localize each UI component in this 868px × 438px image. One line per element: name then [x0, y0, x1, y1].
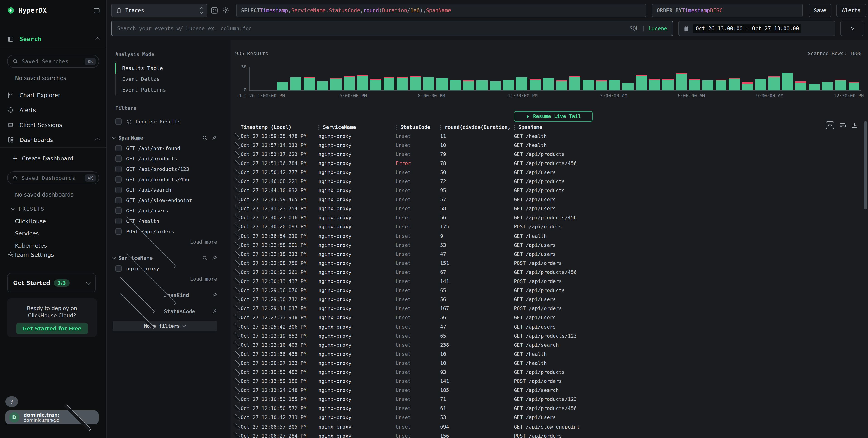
table-row[interactable]: Oct 27 12:40:27.016 PMnginx-proxyUnset56… [231, 213, 861, 223]
checkbox[interactable] [115, 207, 122, 214]
histogram-bar[interactable] [782, 73, 793, 91]
filter-option[interactable]: GET /api/products/123 [115, 166, 217, 172]
table-row[interactable]: Oct 27 12:29:36.876 PMnginx-proxyUnset65… [231, 286, 861, 295]
gear-icon[interactable] [222, 7, 229, 14]
checkbox[interactable] [115, 197, 122, 203]
drag-handle-icon[interactable] [440, 127, 441, 128]
create-dashboard-button[interactable]: + Create Dashboard [0, 151, 106, 165]
histogram-bar[interactable] [370, 79, 381, 91]
histogram-bar[interactable] [410, 76, 421, 91]
histogram-bar[interactable] [490, 81, 501, 91]
table-row[interactable]: Oct 27 12:22:19.852 PMnginx-proxyUnset65… [231, 331, 861, 340]
expand-row-icon[interactable] [233, 151, 240, 158]
table-row[interactable]: Oct 27 12:51:36.784 PMnginx-proxyError78… [231, 159, 861, 168]
select-expression-input[interactable]: SELECT Timestamp,ServiceName,StatusCode,… [236, 4, 646, 17]
histogram-bar[interactable] [450, 80, 461, 91]
sidebar-item-chart-explorer[interactable]: Chart Explorer [0, 88, 106, 103]
expand-row-icon[interactable] [233, 414, 240, 421]
search-icon[interactable] [202, 256, 208, 261]
table-row[interactable]: Oct 27 12:25:42.306 PMnginx-proxyUnset47… [231, 322, 861, 331]
expand-row-icon[interactable] [233, 269, 240, 276]
histogram-bar[interactable] [649, 79, 660, 91]
sidebar-item-team-settings[interactable]: Team Settings [0, 247, 106, 262]
histogram-bar[interactable] [716, 79, 727, 91]
histogram-bar[interactable] [436, 78, 447, 91]
resume-live-tail-button[interactable]: Resume Live Tail [514, 111, 592, 122]
histogram-plot[interactable] [249, 67, 861, 91]
histogram-bar[interactable] [583, 80, 594, 91]
collapse-sidebar-icon[interactable] [93, 7, 100, 14]
filter-option[interactable]: GET /api/slow-endpoint [115, 197, 217, 203]
table-row[interactable]: Oct 27 12:50:42.777 PMnginx-proxyUnset50… [231, 168, 861, 177]
table-row[interactable]: Oct 27 12:30:13.437 PMnginx-proxyUnset14… [231, 277, 861, 286]
checkbox[interactable] [115, 166, 122, 172]
histogram-bar[interactable] [835, 79, 846, 91]
sidebar-item-search[interactable]: Search [0, 30, 106, 48]
expand-row-icon[interactable] [233, 360, 240, 367]
table-row[interactable]: Oct 27 12:29:30.712 PMnginx-proxyUnset56… [231, 295, 861, 304]
histogram-bar[interactable] [357, 75, 368, 91]
expand-row-icon[interactable] [233, 369, 240, 376]
denoise-results-toggle[interactable]: Denoise Results [115, 119, 217, 125]
save-button[interactable]: Save [809, 4, 831, 17]
checkbox[interactable] [115, 119, 122, 125]
get-started-free-button[interactable]: Get Started for Free [16, 323, 88, 334]
drag-handle-icon[interactable] [318, 127, 319, 128]
table-row[interactable]: Oct 27 12:08:57.305 PMnginx-proxyUnset69… [231, 422, 861, 431]
expand-row-icon[interactable] [233, 378, 240, 385]
table-row[interactable]: Oct 27 12:27:33.918 PMnginx-proxyUnset56… [231, 313, 861, 322]
histogram-bar[interactable] [808, 84, 819, 91]
checkbox[interactable] [115, 187, 122, 193]
lang-sql-toggle[interactable]: SQL [629, 25, 639, 32]
filter-option[interactable]: GET /api/search [115, 187, 217, 193]
histogram-bar[interactable] [742, 82, 753, 91]
col-duration[interactable]: round(divide(Duration, [440, 124, 514, 130]
expand-row-icon[interactable] [233, 396, 240, 403]
histogram-bar[interactable] [383, 77, 395, 91]
histogram-bar[interactable] [596, 80, 607, 91]
checkbox[interactable] [115, 176, 122, 182]
expand-row-icon[interactable] [233, 260, 240, 267]
expand-row-icon[interactable] [233, 387, 240, 394]
histogram-bar[interactable] [423, 77, 434, 91]
table-row[interactable]: Oct 27 12:53:17.623 PMnginx-proxyUnset79… [231, 149, 861, 159]
pin-icon[interactable] [212, 293, 217, 298]
analysis-mode-results-table[interactable]: Results Table [116, 63, 217, 74]
col-timestamp[interactable]: Timestamp (Local) [241, 124, 318, 130]
col-spanname[interactable]: SpanName [514, 124, 861, 130]
expand-row-icon[interactable] [233, 305, 240, 312]
table-row[interactable]: Oct 27 12:59:35.478 PMnginx-proxyUnset11… [231, 132, 861, 141]
histogram-bar[interactable] [689, 79, 700, 91]
user-menu[interactable]: D dominic.tran@clic... dominic.tran@clic… [5, 410, 99, 425]
table-row[interactable]: Oct 27 12:29:14.817 PMnginx-proxyUnset16… [231, 304, 861, 313]
histogram-bar[interactable] [729, 78, 740, 91]
expand-row-icon[interactable] [233, 405, 240, 412]
load-more-button[interactable]: Load more [115, 276, 217, 282]
filter-group-spanname[interactable]: SpanName [113, 135, 217, 141]
scrollbar-thumb[interactable] [864, 121, 867, 209]
table-row[interactable]: Oct 27 12:36:54.210 PMnginx-proxyUnset9G… [231, 231, 861, 240]
date-range-picker[interactable]: Oct 26 13:00:00 - Oct 27 13:00:00 [679, 21, 835, 36]
checkbox[interactable] [115, 145, 122, 151]
histogram-bar[interactable] [569, 76, 581, 91]
filter-option[interactable]: POST /api/orders [115, 228, 217, 235]
table-row[interactable]: Oct 27 12:32:58.201 PMnginx-proxyUnset53… [231, 240, 861, 249]
histogram-bar[interactable] [636, 75, 647, 91]
get-started-toggle[interactable]: Get Started 3/3 [7, 273, 96, 293]
analysis-mode-event-deltas[interactable]: Event Deltas [116, 74, 217, 85]
checkbox[interactable] [115, 156, 122, 162]
help-button[interactable]: ? [5, 396, 18, 407]
drag-handle-icon[interactable] [514, 127, 515, 128]
more-filters-button[interactable]: More filters [113, 321, 217, 331]
col-servicename[interactable]: ServiceName [318, 124, 396, 130]
expand-row-icon[interactable] [233, 187, 240, 194]
expand-row-icon[interactable] [233, 314, 240, 322]
expand-row-icon[interactable] [233, 160, 240, 167]
histogram-bar[interactable] [304, 77, 315, 91]
expand-row-icon[interactable] [233, 141, 240, 149]
table-row[interactable]: Oct 27 12:20:27.133 PMnginx-proxyUnset10… [231, 359, 861, 368]
expand-row-icon[interactable] [233, 232, 240, 240]
drag-handle-icon[interactable] [396, 127, 397, 128]
histogram-bar[interactable] [755, 79, 767, 91]
histogram-bar[interactable] [543, 78, 554, 91]
